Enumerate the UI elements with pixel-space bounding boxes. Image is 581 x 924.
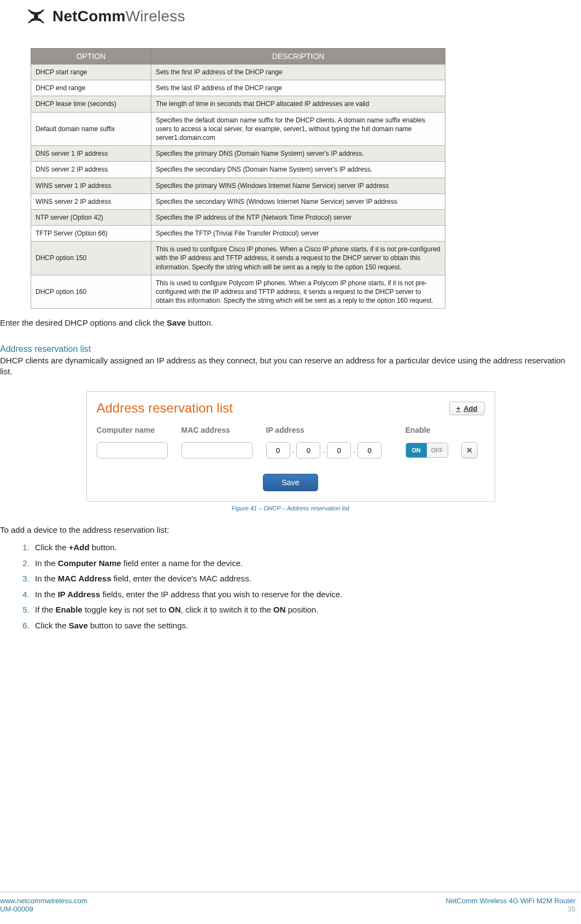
paragraph-address-reservation-desc: DHCP clients are dynamically assigned an…	[0, 355, 581, 378]
col-ip-address: IP address	[266, 426, 406, 434]
option-cell: DHCP end range	[31, 80, 151, 96]
plus-icon: +	[456, 404, 461, 413]
table-row: DHCP option 150This is used to configure…	[31, 242, 445, 275]
enable-toggle[interactable]: ON OFF	[406, 443, 448, 458]
list-item: Click the +Add button.	[32, 540, 581, 556]
list-item: In the MAC Address field, enter the devi…	[32, 571, 581, 587]
description-cell: Specifies the primary DNS (Domain Name S…	[151, 146, 445, 162]
address-reservation-panel: Address reservation list + Add Computer …	[86, 391, 495, 502]
option-cell: WINS server 1 IP address	[31, 178, 151, 193]
footer-page-number: 35	[445, 905, 576, 913]
table-row: Default domain name suffixSpecifies the …	[31, 112, 445, 146]
option-cell: Default domain name suffix	[31, 112, 151, 146]
option-cell: DHCP option 160	[31, 275, 151, 309]
description-cell: Specifies the primary WINS (Windows Inte…	[151, 178, 445, 193]
footer-url: www.netcommwireless.com	[0, 897, 87, 905]
description-cell: Sets the first IP address of the DHCP ra…	[151, 64, 445, 80]
table-row: NTP server (Option 42)Specifies the IP a…	[31, 209, 445, 225]
table-header-description: DESCRIPTION	[151, 49, 445, 64]
list-item: In the Computer Name field enter a name …	[32, 556, 581, 572]
col-enable: Enable	[406, 426, 471, 434]
ip-address-group: . . .	[266, 442, 406, 458]
figure-caption: Figure 41 – DHCP – Address reservation l…	[0, 505, 581, 511]
mac-address-input[interactable]	[181, 442, 253, 458]
table-row: DHCP end rangeSets the last IP address o…	[31, 80, 445, 96]
option-cell: DHCP lease time (seconds)	[31, 96, 151, 112]
add-button[interactable]: + Add	[449, 402, 485, 415]
description-cell: Specifies the default domain name suffix…	[151, 112, 445, 146]
page-footer: www.netcommwireless.com UM-00009 NetComm…	[0, 892, 581, 913]
table-row: DNS server 1 IP addressSpecifies the pri…	[31, 146, 445, 162]
section-heading-address-reservation: Address reservation list	[0, 344, 581, 354]
steps-intro: To add a device to the address reservati…	[0, 525, 581, 535]
option-cell: DNS server 1 IP address	[31, 146, 151, 162]
description-cell: Specifies the IP address of the NTP (Net…	[151, 209, 445, 225]
dot-icon: .	[292, 446, 295, 455]
table-header-option: OPTION	[31, 49, 151, 64]
delete-row-button[interactable]: ✕	[461, 442, 478, 458]
ip-octet-1[interactable]	[266, 442, 290, 458]
option-cell: NTP server (Option 42)	[31, 209, 151, 225]
description-cell: Specifies the secondary WINS (Windows In…	[151, 193, 445, 209]
ip-octet-4[interactable]	[357, 442, 382, 458]
col-mac-address: MAC address	[181, 426, 266, 434]
option-cell: DHCP start range	[31, 64, 151, 80]
description-cell: Sets the last IP address of the DHCP ran…	[151, 80, 445, 96]
table-row: TFTP Server (Option 66)Specifies the TFT…	[31, 226, 445, 242]
dot-icon: .	[322, 446, 325, 455]
option-cell: TFTP Server (Option 66)	[31, 226, 151, 242]
list-item: In the IP Address fields, enter the IP a…	[32, 587, 581, 603]
option-cell: WINS server 2 IP address	[31, 193, 151, 209]
list-item: Click the Save button to save the settin…	[32, 618, 581, 634]
dot-icon: .	[353, 446, 355, 455]
table-row: DHCP option 160This is used to configure…	[31, 275, 445, 309]
footer-doc-code: UM-00009	[0, 905, 87, 913]
table-row: DHCP lease time (seconds)The length of t…	[31, 96, 445, 112]
table-row: DHCP start rangeSets the first IP addres…	[31, 64, 445, 80]
save-button[interactable]: Save	[263, 474, 319, 491]
paragraph-save-instruction: Enter the desired DHCP options and click…	[0, 317, 581, 328]
column-headers: Computer name MAC address IP address Ena…	[97, 426, 485, 434]
table-row: WINS server 2 IP addressSpecifies the se…	[31, 193, 445, 209]
dhcp-options-table: OPTION DESCRIPTION DHCP start rangeSets …	[31, 48, 445, 309]
col-computer-name: Computer name	[97, 426, 181, 434]
brand-logo-icon	[25, 5, 47, 27]
computer-name-input[interactable]	[97, 442, 168, 458]
list-item: If the Enable toggle key is not set to O…	[32, 602, 581, 618]
brand-name: NetCommWireless	[52, 8, 185, 25]
panel-title: Address reservation list	[97, 401, 233, 416]
description-cell: This is used to configure Cisco IP phone…	[151, 242, 445, 275]
close-icon: ✕	[466, 446, 473, 455]
table-row: DNS server 2 IP addressSpecifies the sec…	[31, 162, 445, 178]
table-row: WINS server 1 IP addressSpecifies the pr…	[31, 178, 445, 193]
description-cell: Specifies the secondary DNS (Domain Name…	[151, 162, 445, 178]
description-cell: This is used to configure Polycom IP pho…	[151, 275, 445, 309]
description-cell: The length of time in seconds that DHCP …	[151, 96, 445, 112]
brand-header: NetCommWireless	[25, 5, 185, 27]
steps-list: Click the +Add button.In the Computer Na…	[0, 540, 581, 633]
description-cell: Specifies the TFTP (Trivial File Transfe…	[151, 226, 445, 242]
option-cell: DNS server 2 IP address	[31, 162, 151, 178]
ip-octet-3[interactable]	[327, 442, 351, 458]
ip-octet-2[interactable]	[296, 442, 320, 458]
option-cell: DHCP option 150	[31, 242, 151, 275]
footer-product-name: NetComm Wireless 4G WiFi M2M Router	[445, 897, 576, 905]
